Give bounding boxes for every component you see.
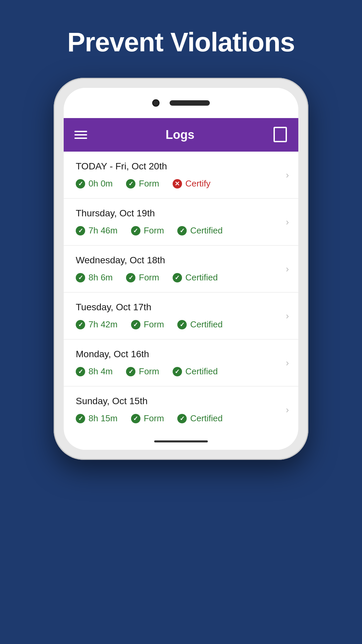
log-form: Form — [131, 225, 164, 236]
certified-check-icon — [177, 320, 187, 329]
certify-error-icon — [173, 179, 182, 189]
app-header: Logs — [64, 118, 298, 152]
log-entry[interactable]: Monday, Oct 16th8h 4mFormCertified› — [64, 339, 298, 386]
log-entry[interactable]: TODAY - Fri, Oct 20th0h 0mFormCertify› — [64, 152, 298, 199]
log-form: Form — [126, 272, 159, 283]
log-stats: 8h 15mFormCertified — [76, 413, 286, 424]
chevron-right-icon: › — [286, 405, 289, 415]
log-hours: 8h 6m — [76, 272, 113, 283]
form-check-icon — [131, 414, 140, 423]
certified-label: Certified — [190, 413, 223, 424]
form-value: Form — [144, 225, 164, 236]
log-list: TODAY - Fri, Oct 20th0h 0mFormCertify›Th… — [64, 152, 298, 433]
chevron-right-icon: › — [286, 311, 289, 321]
form-value: Form — [139, 366, 159, 377]
hours-check-icon — [76, 414, 85, 423]
camera — [152, 99, 160, 107]
form-check-icon — [126, 273, 135, 282]
log-date: Tuesday, Oct 17th — [76, 302, 286, 313]
header-title: Logs — [166, 128, 194, 142]
log-date: Wednesday, Oct 18th — [76, 255, 286, 266]
copy-icon[interactable] — [273, 127, 288, 142]
log-hours: 7h 42m — [76, 319, 118, 330]
log-certify: Certified — [173, 272, 218, 283]
hours-value: 8h 15m — [88, 413, 118, 424]
certified-label: Certified — [190, 225, 223, 236]
certified-check-icon — [173, 273, 182, 282]
log-stats: 8h 6mFormCertified — [76, 272, 286, 283]
certified-label: Certified — [185, 366, 218, 377]
log-certify: Certified — [177, 319, 223, 330]
chevron-right-icon: › — [286, 217, 289, 227]
hours-check-icon — [76, 179, 85, 189]
chevron-right-icon: › — [286, 170, 289, 180]
log-stats: 7h 46mFormCertified — [76, 225, 286, 236]
log-entry[interactable]: Thursday, Oct 19th7h 46mFormCertified› — [64, 199, 298, 246]
log-entry[interactable]: Wednesday, Oct 18th8h 6mFormCertified› — [64, 246, 298, 292]
log-hours: 8h 4m — [76, 366, 113, 377]
log-entry[interactable]: Tuesday, Oct 17th7h 42mFormCertified› — [64, 292, 298, 339]
hours-value: 7h 46m — [88, 225, 118, 236]
home-indicator — [154, 440, 208, 442]
form-check-icon — [126, 367, 135, 376]
hours-value: 8h 4m — [88, 366, 113, 377]
log-stats: 7h 42mFormCertified — [76, 319, 286, 330]
phone-inner: Logs TODAY - Fri, Oct 20th0h 0mFormCerti… — [64, 88, 298, 450]
page-title: Prevent Violations — [67, 27, 295, 58]
log-date: Monday, Oct 16th — [76, 349, 286, 360]
phone-frame: Logs TODAY - Fri, Oct 20th0h 0mFormCerti… — [54, 78, 308, 460]
log-certify: Certified — [173, 366, 218, 377]
menu-icon[interactable] — [74, 131, 87, 139]
hours-value: 7h 42m — [88, 319, 118, 330]
form-value: Form — [139, 178, 159, 189]
log-date: Sunday, Oct 15th — [76, 396, 286, 407]
log-date: TODAY - Fri, Oct 20th — [76, 161, 286, 172]
certified-label: Certified — [185, 272, 218, 283]
hours-check-icon — [76, 320, 85, 329]
log-hours: 0h 0m — [76, 178, 113, 189]
log-form: Form — [131, 319, 164, 330]
log-stats: 8h 4mFormCertified — [76, 366, 286, 377]
chevron-right-icon: › — [286, 358, 289, 368]
form-check-icon — [126, 179, 135, 189]
hours-check-icon — [76, 273, 85, 282]
log-form: Form — [126, 366, 159, 377]
phone-bezel-bottom — [64, 433, 298, 450]
hours-value: 0h 0m — [88, 178, 113, 189]
speaker — [170, 100, 210, 106]
certified-label: Certified — [190, 319, 223, 330]
form-check-icon — [131, 226, 140, 235]
log-certify: Certify — [173, 178, 210, 189]
certified-check-icon — [173, 367, 182, 376]
log-hours: 7h 46m — [76, 225, 118, 236]
log-certify: Certified — [177, 413, 223, 424]
form-value: Form — [144, 413, 164, 424]
log-date: Thursday, Oct 19th — [76, 208, 286, 219]
phone-bezel-top — [64, 88, 298, 118]
log-entry[interactable]: Sunday, Oct 15th8h 15mFormCertified› — [64, 386, 298, 433]
log-form: Form — [131, 413, 164, 424]
log-stats: 0h 0mFormCertify — [76, 178, 286, 189]
form-value: Form — [139, 272, 159, 283]
log-form: Form — [126, 178, 159, 189]
log-certify: Certified — [177, 225, 223, 236]
certified-check-icon — [177, 414, 187, 423]
chevron-right-icon: › — [286, 264, 289, 274]
certify-label: Certify — [185, 178, 210, 189]
hours-check-icon — [76, 226, 85, 235]
hours-check-icon — [76, 367, 85, 376]
hours-value: 8h 6m — [88, 272, 113, 283]
form-value: Form — [144, 319, 164, 330]
form-check-icon — [131, 320, 140, 329]
log-hours: 8h 15m — [76, 413, 118, 424]
certified-check-icon — [177, 226, 187, 235]
